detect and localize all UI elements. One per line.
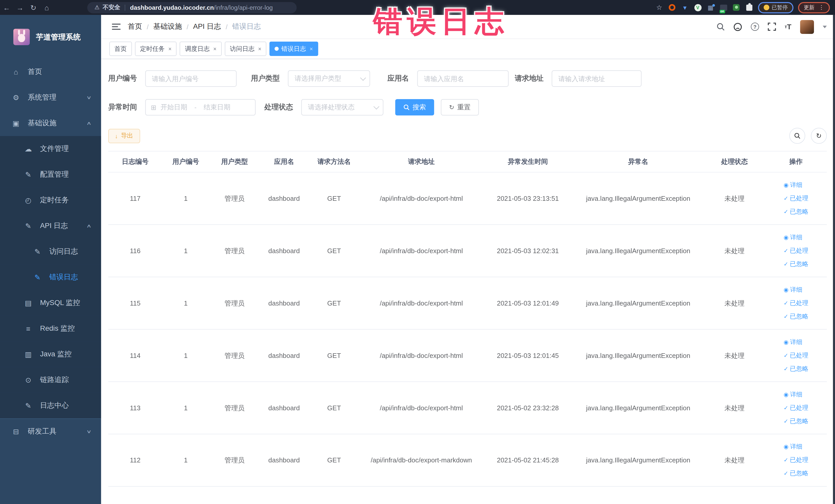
cell-exception-name: java.lang.IllegalArgumentException [573,434,704,486]
process-status-select[interactable]: 请选择处理状态 [301,99,384,116]
address-bar[interactable]: ⚠ 不安全 dashboard.yudao.iocoder.cn/infra/l… [87,2,297,13]
search-button[interactable]: 搜索 [395,99,434,116]
extension-orange-icon[interactable] [668,3,676,12]
mark-ignored-link[interactable]: ✓已忽略 [784,417,808,426]
sidebar-item-error-log[interactable]: ✎ 错误日志 [0,264,101,290]
mark-processed-link[interactable]: ✓已处理 [784,404,808,412]
sidebar-item-label: 文件管理 [40,144,69,154]
export-button[interactable]: ↓ 导出 [108,129,140,143]
reload-icon[interactable]: ↻ [27,3,40,12]
page-tag-0[interactable]: 首页 [109,42,132,56]
hide-search-button[interactable] [789,128,805,144]
user-avatar[interactable] [800,20,814,34]
reset-button[interactable]: ↻ 重置 [441,99,479,116]
sidebar-item-file[interactable]: ☁ 文件管理 [0,136,101,162]
mark-ignored-link[interactable]: ✓已忽略 [784,260,808,268]
mark-ignored-link[interactable]: ✓已忽略 [784,312,808,321]
extension-green-icon[interactable]: V [694,3,702,12]
sidebar-item-redis[interactable]: ≡ Redis 监控 [0,316,101,341]
mark-ignored-link[interactable]: ✓已忽略 [784,469,808,478]
request-url-input[interactable] [552,70,641,87]
bookmark-star-icon[interactable]: ☆ [655,3,663,12]
check-icon: ✓ [784,418,788,425]
column-header: 用户类型 [209,151,260,172]
sidebar-item-label: 系统管理 [28,93,57,102]
cell-app-name: dashboard [260,277,308,329]
close-icon[interactable]: × [309,46,313,52]
github-icon[interactable] [733,22,742,31]
eye-icon: ◉ [784,339,789,346]
detail-link[interactable]: ◉详细 [784,338,802,347]
exception-time-range-picker[interactable]: ⊞ 开始日期 - 结束日期 [145,99,256,116]
timer-icon: ◴ [24,196,33,204]
user-id-input[interactable] [145,70,237,87]
breadcrumb-home[interactable]: 首页 [128,22,142,31]
mark-processed-link[interactable]: ✓已处理 [784,194,808,203]
cell-status: 未处理 [704,225,765,277]
cell-request-url: /api/infra/db-doc/export-html [360,382,483,434]
detail-link[interactable]: ◉详细 [784,181,802,189]
table-row: 114 1 管理员 dashboard GET /api/infra/db-do… [108,329,827,382]
mark-processed-link[interactable]: ✓已处理 [784,351,808,360]
mark-processed-link[interactable]: ✓已处理 [784,456,808,464]
detail-link[interactable]: ◉详细 [784,233,802,242]
chevron-down-icon[interactable] [823,25,827,28]
extension-sprout-icon[interactable] [732,3,740,12]
app-name-input[interactable] [418,70,509,87]
detail-link[interactable]: ◉详细 [784,285,802,294]
column-header: 操作 [765,151,827,172]
refresh-button[interactable]: ↻ [811,128,827,144]
close-icon[interactable]: × [168,46,172,52]
kebab-menu-icon[interactable]: ⋮ [819,4,824,11]
mark-ignored-link[interactable]: ✓已忽略 [784,365,808,373]
sidebar-item-trace[interactable]: ⊙ 链路追踪 [0,367,101,393]
mark-ignored-link[interactable]: ✓已忽略 [784,207,808,216]
extension-grid-icon[interactable]: ▦ [707,3,715,12]
font-size-icon[interactable]: тT [785,23,791,31]
search-icon[interactable] [716,23,725,31]
sidebar-item-system[interactable]: ⚙ 系统管理 ∨ [0,85,101,110]
page-tag-2[interactable]: 调度日志 × [180,42,222,56]
extension-shield-icon[interactable]: ▼ [681,3,689,12]
sidebar-item-java[interactable]: ▥ Java 监控 [0,341,101,367]
extensions-puzzle-icon[interactable] [745,3,753,12]
user-type-select[interactable]: 请选择用户类型 [288,70,370,87]
cell-log-id: 116 [108,225,162,277]
fullscreen-icon[interactable] [768,23,776,31]
sidebar-item-config[interactable]: ✎ 配置管理 [0,162,101,187]
cell-app-name: dashboard [260,382,308,434]
forward-icon[interactable]: → [13,3,27,12]
detail-link[interactable]: ◉详细 [784,442,802,451]
mark-processed-link[interactable]: ✓已处理 [784,246,808,255]
sidebar-item-api-log[interactable]: ✎ API 日志 ∧ [0,213,101,239]
page-tag-4[interactable]: 错误日志 × [269,42,318,56]
update-button[interactable]: 更新⋮ [798,2,830,13]
sidebar-item-access-log[interactable]: ✎ 访问日志 [0,239,101,264]
document-edit-icon: ✎ [33,273,42,281]
divider [125,4,125,11]
breadcrumb-current: 错误日志 [232,22,261,31]
close-icon[interactable]: × [258,46,261,52]
mark-processed-link[interactable]: ✓已处理 [784,299,808,308]
home-icon[interactable]: ⌂ [40,3,54,12]
sidebar-item-log-center[interactable]: ✎ 日志中心 [0,393,101,419]
detail-link[interactable]: ◉详细 [784,390,802,399]
eye-icon: ◉ [784,286,789,293]
extension-dark-icon[interactable]: on [719,3,728,12]
help-icon[interactable]: ? [751,23,759,31]
sidebar-item-dev-tools[interactable]: ⊟ 研发工具 ∨ [0,419,101,445]
sidebar-item-infra[interactable]: ▣ 基础设施 ∧ [0,110,101,136]
page-scrollbar[interactable] [833,15,835,504]
column-header: 用户编号 [162,151,209,172]
page-tag-3[interactable]: 访问日志 × [225,42,266,56]
paused-badge[interactable]: 已暂停 [758,2,793,13]
trace-eye-icon: ⊙ [24,376,33,384]
sidebar-collapse-icon[interactable] [112,24,121,30]
back-icon[interactable]: ← [0,3,13,12]
sidebar-item-mysql[interactable]: ▤ MySQL 监控 [0,290,101,316]
page-tag-1[interactable]: 定时任务 × [135,42,177,56]
column-header: 异常发生时间 [483,151,573,172]
sidebar-item-home[interactable]: ⌂ 首页 [0,59,101,85]
close-icon[interactable]: × [213,46,217,52]
sidebar-item-job[interactable]: ◴ 定时任务 [0,187,101,213]
